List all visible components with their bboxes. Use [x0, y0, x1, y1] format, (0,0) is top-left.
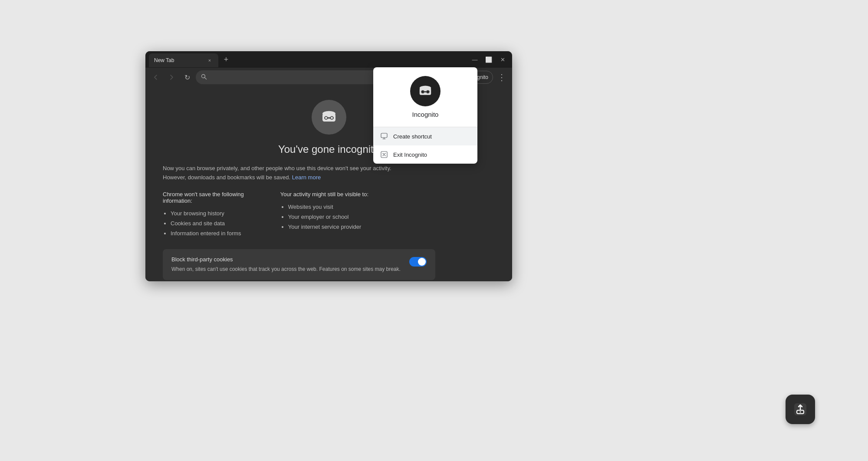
- exit-incognito-label: Exit Incognito: [393, 151, 427, 158]
- list-item: Websites you visit: [288, 202, 381, 212]
- wont-save-column: Chrome won't save the following informat…: [163, 191, 263, 239]
- cookies-text: Block third-party cookies When on, sites…: [171, 256, 401, 273]
- list-item: Your employer or school: [288, 212, 381, 222]
- close-button[interactable]: ✕: [496, 53, 509, 66]
- dropdown-profile-name: Incognito: [412, 111, 439, 118]
- list-item: Your internet service provider: [288, 222, 381, 232]
- learn-more-link[interactable]: Learn more: [292, 174, 321, 181]
- new-tab-button[interactable]: +: [220, 53, 232, 66]
- svg-point-19: [427, 91, 429, 93]
- tab-strip: New Tab × +: [149, 51, 467, 68]
- create-shortcut-icon: [380, 132, 388, 140]
- list-item: Information entered in forms: [171, 228, 263, 238]
- cookies-toggle[interactable]: [409, 257, 427, 267]
- svg-rect-20: [381, 133, 387, 138]
- incognito-icon: [312, 100, 346, 135]
- search-icon: [201, 74, 207, 81]
- tab-close-button[interactable]: ×: [206, 57, 213, 64]
- svg-point-18: [422, 91, 424, 93]
- wont-save-list: Your browsing history Cookies and site d…: [163, 208, 263, 239]
- visible-column: Your activity might still be visible to:…: [280, 191, 381, 239]
- corner-app-icon: [786, 395, 815, 424]
- description-text: Now you can browse privately, and other …: [163, 164, 397, 182]
- dropdown-header: Incognito: [373, 67, 477, 127]
- visible-list: Websites you visit Your employer or scho…: [280, 202, 381, 232]
- chrome-menu-button[interactable]: ⋮: [495, 70, 509, 84]
- svg-point-0: [202, 74, 205, 78]
- exit-incognito-icon: [380, 151, 388, 158]
- reload-button[interactable]: ↻: [180, 70, 194, 84]
- create-shortcut-label: Create shortcut: [393, 133, 432, 140]
- create-shortcut-item[interactable]: Create shortcut: [373, 127, 477, 145]
- maximize-button[interactable]: ⬜: [483, 53, 495, 66]
- list-item: Your browsing history: [171, 208, 263, 218]
- dropdown-avatar: [410, 76, 441, 106]
- active-tab[interactable]: New Tab ×: [149, 53, 218, 67]
- window-controls: — ⬜ ✕: [469, 53, 509, 66]
- exit-incognito-item[interactable]: Exit Incognito: [373, 145, 477, 164]
- list-item: Cookies and site data: [171, 218, 263, 228]
- tab-title: New Tab: [154, 57, 203, 63]
- back-button[interactable]: [149, 70, 163, 84]
- svg-point-12: [331, 117, 332, 119]
- dropdown-menu: Incognito Create shortcut Exit Incognito: [373, 67, 477, 164]
- info-columns: Chrome won't save the following informat…: [163, 191, 381, 239]
- title-bar: New Tab × + — ⬜ ✕: [145, 51, 512, 68]
- wont-save-title: Chrome won't save the following informat…: [163, 191, 263, 204]
- visible-title: Your activity might still be visible to:: [280, 191, 381, 198]
- forward-button[interactable]: [164, 70, 178, 84]
- cookies-box: Block third-party cookies When on, sites…: [163, 249, 435, 280]
- svg-point-11: [325, 117, 327, 119]
- minimize-button[interactable]: —: [469, 53, 481, 66]
- cookies-title: Block third-party cookies: [171, 256, 401, 263]
- cookies-desc: When on, sites can't use cookies that tr…: [171, 265, 401, 273]
- svg-point-24: [800, 412, 801, 413]
